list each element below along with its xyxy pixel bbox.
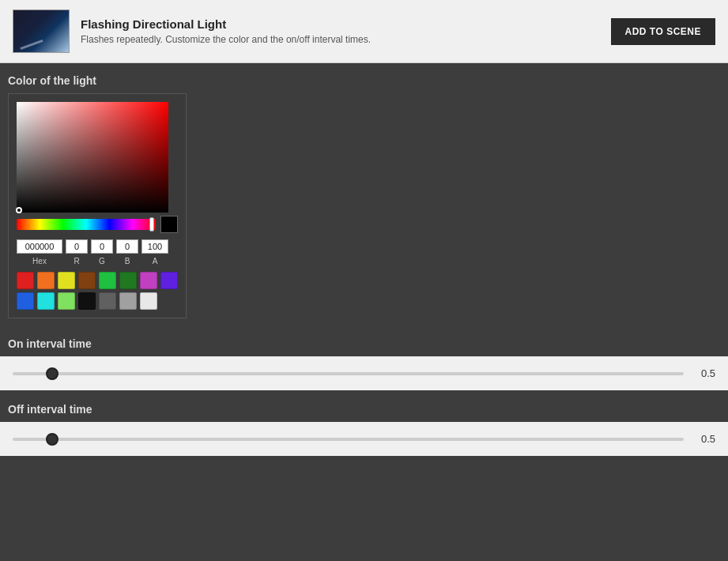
preset-row-2 bbox=[17, 292, 178, 310]
header-card: Flashing Directional Light Flashes repea… bbox=[0, 0, 728, 63]
preset-swatch[interactable] bbox=[140, 272, 157, 289]
off-interval-label: Off interval time bbox=[0, 392, 728, 422]
off-interval-slider[interactable] bbox=[13, 438, 684, 441]
preset-swatch[interactable] bbox=[119, 292, 137, 310]
preset-swatch[interactable] bbox=[119, 272, 137, 289]
off-interval-value: 0.5 bbox=[693, 433, 715, 445]
g-input[interactable] bbox=[91, 239, 113, 254]
on-interval-slider-row: 0.5 bbox=[13, 367, 715, 379]
header-info: Flashing Directional Light Flashes repea… bbox=[81, 17, 371, 45]
preset-swatch[interactable] bbox=[78, 292, 96, 310]
color-gradient-area[interactable] bbox=[17, 102, 168, 213]
preset-swatch[interactable] bbox=[160, 272, 178, 289]
hue-slider[interactable] bbox=[17, 219, 156, 230]
preset-swatch[interactable] bbox=[99, 272, 116, 289]
off-interval-panel: 0.5 bbox=[0, 422, 728, 456]
g-label: G bbox=[91, 257, 113, 265]
add-to-scene-button[interactable]: ADD TO SCENE bbox=[611, 18, 715, 45]
hue-slider-thumb bbox=[149, 217, 154, 232]
component-title: Flashing Directional Light bbox=[81, 17, 371, 31]
gradient-cursor bbox=[16, 207, 22, 213]
b-input[interactable] bbox=[116, 239, 138, 254]
color-picker-container: Hex R G B A bbox=[0, 93, 728, 326]
component-description: Flashes repeatedly. Customize the color … bbox=[81, 34, 371, 45]
preset-swatch[interactable] bbox=[17, 292, 34, 310]
color-picker-box: Hex R G B A bbox=[8, 93, 187, 318]
hex-input[interactable] bbox=[17, 239, 62, 254]
preset-row-1 bbox=[17, 272, 178, 289]
header-left: Flashing Directional Light Flashes repea… bbox=[13, 9, 371, 53]
hex-label: Hex bbox=[17, 257, 62, 265]
preset-swatch[interactable] bbox=[140, 292, 157, 310]
off-interval-slider-row: 0.5 bbox=[13, 433, 715, 445]
light-thumbnail bbox=[13, 9, 70, 53]
color-inputs-labels: Hex R G B A bbox=[17, 257, 178, 265]
on-interval-value: 0.5 bbox=[693, 367, 715, 379]
a-label: A bbox=[141, 257, 168, 265]
preset-swatch[interactable] bbox=[17, 272, 34, 289]
r-input[interactable] bbox=[66, 239, 88, 254]
preset-swatch[interactable] bbox=[37, 292, 55, 310]
alpha-input[interactable] bbox=[141, 239, 168, 254]
preset-swatch[interactable] bbox=[37, 272, 55, 289]
preset-swatch[interactable] bbox=[78, 272, 96, 289]
hue-row bbox=[17, 216, 178, 233]
preset-swatch[interactable] bbox=[99, 292, 116, 310]
color-section-label: Color of the light bbox=[0, 63, 728, 93]
on-interval-slider[interactable] bbox=[13, 372, 684, 375]
color-inputs-row bbox=[17, 239, 178, 254]
b-label: B bbox=[116, 257, 138, 265]
preset-colors bbox=[17, 272, 178, 310]
current-color-swatch bbox=[160, 216, 178, 233]
preset-swatch[interactable] bbox=[58, 292, 75, 310]
r-label: R bbox=[66, 257, 88, 265]
preset-swatch[interactable] bbox=[58, 272, 75, 289]
on-interval-label: On interval time bbox=[0, 326, 728, 356]
on-interval-panel: 0.5 bbox=[0, 356, 728, 390]
